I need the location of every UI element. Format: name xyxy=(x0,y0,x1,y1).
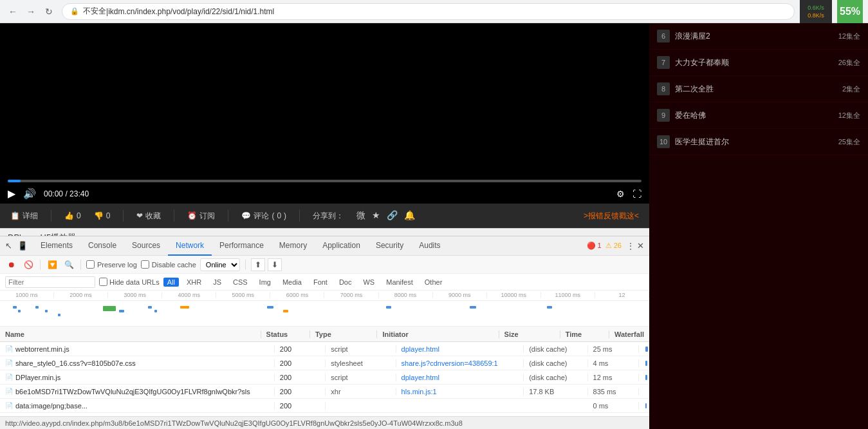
export-button[interactable]: ⬇ xyxy=(268,258,282,271)
filter-img-button[interactable]: Img xyxy=(255,278,275,287)
filter-media-button[interactable]: Media xyxy=(279,278,306,287)
filter-css-button[interactable]: CSS xyxy=(229,278,252,287)
record-button[interactable]: ⏺ xyxy=(5,258,18,271)
progress-bar[interactable] xyxy=(8,180,642,182)
hide-data-urls-checkbox[interactable] xyxy=(99,278,107,286)
tab-memory[interactable]: Memory xyxy=(272,236,315,256)
feedback-link[interactable]: >报错反馈戳这< xyxy=(584,211,639,222)
th-waterfall[interactable]: Waterfall xyxy=(609,330,649,338)
toolbar-sep-3 xyxy=(245,260,246,270)
tick-0: 1000 ms xyxy=(0,292,54,298)
episode-item-4[interactable]: 10 医学生挺进首尔 25集全 xyxy=(649,129,868,155)
th-size[interactable]: Size xyxy=(499,330,560,338)
filter-xhr-button[interactable]: XHR xyxy=(183,278,205,287)
page-wrapper: ▶ 🔊 00:00 / 23:40 ⚙ ⛶ 📋 详细 xyxy=(0,23,649,429)
filter-font-button[interactable]: Font xyxy=(309,278,331,287)
episode-item-1[interactable]: 7 大力女子都奉顺 26集全 xyxy=(649,50,868,76)
import-button[interactable]: ⬆ xyxy=(251,258,265,271)
th-type[interactable]: Type xyxy=(310,330,378,338)
tab-console[interactable]: Console xyxy=(80,236,124,256)
timeline-bars xyxy=(0,301,649,327)
th-initiator[interactable]: Initiator xyxy=(377,330,499,338)
td-size-0: (disk cache) xyxy=(524,345,587,353)
episode-item-0[interactable]: 6 浪漫满屋2 12集全 xyxy=(649,23,868,50)
warn-badge: ⚠ 26 xyxy=(605,242,622,250)
table-row-2[interactable]: 📄 DPlayer.min.js 200 script dplayer.html… xyxy=(0,370,649,385)
back-button[interactable]: ← xyxy=(5,4,21,19)
like-icon: 👍 xyxy=(64,211,74,220)
td-time-2: 12 ms xyxy=(588,374,640,381)
tab-console-label: Console xyxy=(88,241,116,250)
episode-num: 6 xyxy=(657,30,670,43)
forward-button[interactable]: → xyxy=(23,4,39,19)
tab-performance[interactable]: Performance xyxy=(212,236,272,256)
table-row-3[interactable]: 📄 b6e1oMSD7ri1TWzDowTwVQluNu2qjE3QIfgUG0… xyxy=(0,385,649,399)
clear-button[interactable]: 🚫 xyxy=(22,258,35,271)
address-bar[interactable]: 🔒 不安全 | ikdm.cn/index.php/vod/play/id/22… xyxy=(62,3,795,20)
preserve-log-checkbox[interactable] xyxy=(86,260,95,269)
filter-ws-button[interactable]: WS xyxy=(359,278,378,287)
devtools-menu-icon[interactable]: ⋮ xyxy=(627,242,634,251)
tab-security[interactable]: Security xyxy=(368,236,411,256)
play-button[interactable]: ▶ xyxy=(8,187,15,200)
star-icon[interactable]: ★ xyxy=(372,210,380,222)
th-time[interactable]: Time xyxy=(560,330,609,338)
td-type-0: script xyxy=(326,345,396,353)
filter-button[interactable]: 🔽 xyxy=(46,258,59,271)
timeline-bar-6 xyxy=(119,310,124,312)
refresh-button[interactable]: ↻ xyxy=(41,4,57,19)
filter-doc-button[interactable]: Doc xyxy=(335,278,356,287)
settings-icon[interactable]: ⚙ xyxy=(616,189,625,199)
tab-application[interactable]: Application xyxy=(315,236,368,256)
table-row-4[interactable]: 📄 data:image/png;base... 200 0 ms xyxy=(0,399,649,413)
td-status-4: 200 xyxy=(275,402,326,410)
comment-item[interactable]: 💬 评论 ( 0 ) xyxy=(241,211,286,222)
subscribe-item[interactable]: ⏰ 订阅 xyxy=(187,211,215,222)
weibo-icon[interactable]: 微 xyxy=(356,210,365,222)
bell-icon[interactable]: 🔔 xyxy=(404,210,415,222)
dislike-item[interactable]: 👎 0 xyxy=(94,211,111,220)
filename-0: webtorrent.min.js xyxy=(15,345,69,353)
filter-js-button[interactable]: JS xyxy=(209,278,225,287)
file-icon-4: 📄 xyxy=(5,402,13,409)
tab-elements[interactable]: Elements xyxy=(33,236,80,256)
throttling-dropdown[interactable]: Online xyxy=(200,258,240,271)
table-row-0[interactable]: 📄 webtorrent.min.js 200 script dplayer.h… xyxy=(0,342,649,356)
timeline-bar-xhr xyxy=(103,306,116,311)
td-time-3: 835 ms xyxy=(588,388,640,396)
th-status[interactable]: Status xyxy=(261,330,310,338)
file-icon-0: 📄 xyxy=(5,345,13,352)
speed-indicator: 0.6K/s 0.8K/s xyxy=(800,0,832,23)
episode-count: 26集全 xyxy=(838,58,860,68)
td-type-2: script xyxy=(326,374,396,381)
wechat-icon[interactable]: 🔗 xyxy=(387,210,398,222)
table-row-1[interactable]: 📄 share_style0_16.css?v=8105b07e.css 200… xyxy=(0,356,649,370)
filter-other-button[interactable]: Other xyxy=(421,278,447,287)
episode-item-3[interactable]: 9 爱在哈佛 12集全 xyxy=(649,102,868,129)
tab-network[interactable]: Network xyxy=(168,236,212,256)
filter-input[interactable] xyxy=(5,276,95,288)
tick-3: 4000 ms xyxy=(162,292,216,298)
volume-button[interactable]: 🔊 xyxy=(23,187,36,200)
tab-audits[interactable]: Audits xyxy=(411,236,448,256)
disable-cache-label: Disable cache xyxy=(141,260,196,269)
search-button[interactable]: 🔍 xyxy=(62,258,75,271)
social-icons: 微 ★ 🔗 🔔 xyxy=(356,210,415,222)
inspect-icon[interactable]: ↖ xyxy=(5,241,12,251)
filter-manifest-button[interactable]: Manifest xyxy=(382,278,417,287)
td-type-1: stylesheet xyxy=(326,359,396,367)
td-name-3: 📄 b6e1oMSD7ri1TWzDowTwVQluNu2qjE3QIfgUG0… xyxy=(0,388,275,396)
episode-item-2[interactable]: 8 第二次全胜 2集全 xyxy=(649,76,868,102)
like-item[interactable]: 👍 0 xyxy=(64,211,81,220)
fullscreen-icon[interactable]: ⛶ xyxy=(633,189,642,199)
tick-11: 12 xyxy=(595,292,649,298)
th-name[interactable]: Name xyxy=(0,330,261,338)
tab-sources[interactable]: Sources xyxy=(124,236,168,256)
filter-all-button[interactable]: All xyxy=(163,278,179,287)
disable-cache-checkbox[interactable] xyxy=(141,260,149,269)
detail-item[interactable]: 📋 详细 xyxy=(10,211,38,222)
device-icon[interactable]: 📱 xyxy=(17,241,28,251)
close-devtools-icon[interactable]: ✕ xyxy=(637,241,644,251)
dislike-count: 0 xyxy=(106,211,111,220)
collect-item[interactable]: ❤ 收藏 xyxy=(136,211,161,222)
